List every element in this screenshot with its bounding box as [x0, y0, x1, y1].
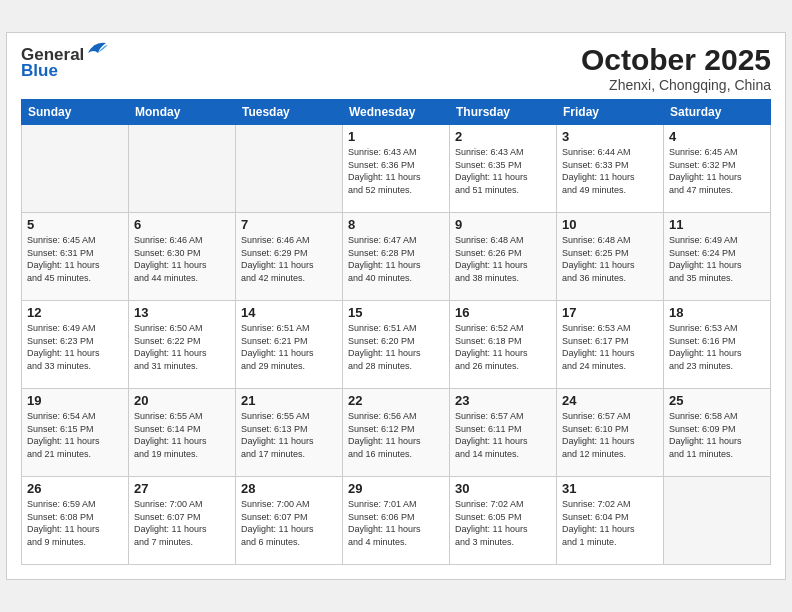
day-number: 11 — [669, 217, 765, 232]
day-info: Sunrise: 6:45 AM Sunset: 6:31 PM Dayligh… — [27, 234, 123, 284]
calendar-day-cell: 16Sunrise: 6:52 AM Sunset: 6:18 PM Dayli… — [450, 301, 557, 389]
calendar-day-cell: 28Sunrise: 7:00 AM Sunset: 6:07 PM Dayli… — [236, 477, 343, 565]
day-info: Sunrise: 6:46 AM Sunset: 6:30 PM Dayligh… — [134, 234, 230, 284]
day-number: 13 — [134, 305, 230, 320]
weekday-header-cell: Sunday — [22, 100, 129, 125]
calendar-day-cell: 2Sunrise: 6:43 AM Sunset: 6:35 PM Daylig… — [450, 125, 557, 213]
day-info: Sunrise: 6:48 AM Sunset: 6:25 PM Dayligh… — [562, 234, 658, 284]
day-number: 15 — [348, 305, 444, 320]
weekday-header-cell: Tuesday — [236, 100, 343, 125]
day-info: Sunrise: 6:43 AM Sunset: 6:36 PM Dayligh… — [348, 146, 444, 196]
calendar-day-cell: 12Sunrise: 6:49 AM Sunset: 6:23 PM Dayli… — [22, 301, 129, 389]
location-subtitle: Zhenxi, Chongqing, China — [581, 77, 771, 93]
calendar-day-cell — [664, 477, 771, 565]
day-info: Sunrise: 6:52 AM Sunset: 6:18 PM Dayligh… — [455, 322, 551, 372]
day-info: Sunrise: 6:54 AM Sunset: 6:15 PM Dayligh… — [27, 410, 123, 460]
calendar-day-cell: 17Sunrise: 6:53 AM Sunset: 6:17 PM Dayli… — [557, 301, 664, 389]
day-number: 29 — [348, 481, 444, 496]
day-number: 25 — [669, 393, 765, 408]
calendar-day-cell: 10Sunrise: 6:48 AM Sunset: 6:25 PM Dayli… — [557, 213, 664, 301]
day-info: Sunrise: 7:00 AM Sunset: 6:07 PM Dayligh… — [241, 498, 337, 548]
calendar-week-row: 1Sunrise: 6:43 AM Sunset: 6:36 PM Daylig… — [22, 125, 771, 213]
day-number: 19 — [27, 393, 123, 408]
logo-blue: Blue — [21, 61, 58, 81]
day-number: 7 — [241, 217, 337, 232]
calendar-day-cell: 19Sunrise: 6:54 AM Sunset: 6:15 PM Dayli… — [22, 389, 129, 477]
day-number: 17 — [562, 305, 658, 320]
calendar-day-cell: 5Sunrise: 6:45 AM Sunset: 6:31 PM Daylig… — [22, 213, 129, 301]
calendar-week-row: 19Sunrise: 6:54 AM Sunset: 6:15 PM Dayli… — [22, 389, 771, 477]
day-info: Sunrise: 6:49 AM Sunset: 6:23 PM Dayligh… — [27, 322, 123, 372]
weekday-header-cell: Friday — [557, 100, 664, 125]
day-number: 18 — [669, 305, 765, 320]
weekday-header-cell: Saturday — [664, 100, 771, 125]
calendar-day-cell: 1Sunrise: 6:43 AM Sunset: 6:36 PM Daylig… — [343, 125, 450, 213]
day-number: 8 — [348, 217, 444, 232]
calendar-grid: SundayMondayTuesdayWednesdayThursdayFrid… — [21, 99, 771, 565]
calendar-day-cell: 18Sunrise: 6:53 AM Sunset: 6:16 PM Dayli… — [664, 301, 771, 389]
day-info: Sunrise: 6:56 AM Sunset: 6:12 PM Dayligh… — [348, 410, 444, 460]
day-number: 3 — [562, 129, 658, 144]
day-info: Sunrise: 7:00 AM Sunset: 6:07 PM Dayligh… — [134, 498, 230, 548]
day-info: Sunrise: 6:55 AM Sunset: 6:14 PM Dayligh… — [134, 410, 230, 460]
weekday-header-cell: Monday — [129, 100, 236, 125]
day-number: 10 — [562, 217, 658, 232]
calendar-day-cell: 13Sunrise: 6:50 AM Sunset: 6:22 PM Dayli… — [129, 301, 236, 389]
calendar-day-cell: 9Sunrise: 6:48 AM Sunset: 6:26 PM Daylig… — [450, 213, 557, 301]
day-info: Sunrise: 6:53 AM Sunset: 6:17 PM Dayligh… — [562, 322, 658, 372]
day-number: 16 — [455, 305, 551, 320]
day-info: Sunrise: 6:51 AM Sunset: 6:20 PM Dayligh… — [348, 322, 444, 372]
day-number: 14 — [241, 305, 337, 320]
day-info: Sunrise: 6:57 AM Sunset: 6:10 PM Dayligh… — [562, 410, 658, 460]
weekday-header-cell: Thursday — [450, 100, 557, 125]
day-number: 6 — [134, 217, 230, 232]
day-info: Sunrise: 6:44 AM Sunset: 6:33 PM Dayligh… — [562, 146, 658, 196]
calendar-day-cell — [22, 125, 129, 213]
logo-bird-icon — [86, 39, 108, 57]
calendar-day-cell — [129, 125, 236, 213]
day-number: 12 — [27, 305, 123, 320]
day-info: Sunrise: 6:59 AM Sunset: 6:08 PM Dayligh… — [27, 498, 123, 548]
calendar-day-cell: 26Sunrise: 6:59 AM Sunset: 6:08 PM Dayli… — [22, 477, 129, 565]
day-number: 4 — [669, 129, 765, 144]
header: General Blue October 2025 Zhenxi, Chongq… — [21, 43, 771, 93]
day-info: Sunrise: 6:50 AM Sunset: 6:22 PM Dayligh… — [134, 322, 230, 372]
day-info: Sunrise: 6:46 AM Sunset: 6:29 PM Dayligh… — [241, 234, 337, 284]
calendar-day-cell: 22Sunrise: 6:56 AM Sunset: 6:12 PM Dayli… — [343, 389, 450, 477]
day-number: 28 — [241, 481, 337, 496]
calendar-week-row: 12Sunrise: 6:49 AM Sunset: 6:23 PM Dayli… — [22, 301, 771, 389]
day-info: Sunrise: 6:51 AM Sunset: 6:21 PM Dayligh… — [241, 322, 337, 372]
day-info: Sunrise: 6:53 AM Sunset: 6:16 PM Dayligh… — [669, 322, 765, 372]
day-info: Sunrise: 6:45 AM Sunset: 6:32 PM Dayligh… — [669, 146, 765, 196]
calendar-day-cell: 27Sunrise: 7:00 AM Sunset: 6:07 PM Dayli… — [129, 477, 236, 565]
day-info: Sunrise: 6:47 AM Sunset: 6:28 PM Dayligh… — [348, 234, 444, 284]
calendar-day-cell: 29Sunrise: 7:01 AM Sunset: 6:06 PM Dayli… — [343, 477, 450, 565]
calendar-day-cell: 31Sunrise: 7:02 AM Sunset: 6:04 PM Dayli… — [557, 477, 664, 565]
title-block: October 2025 Zhenxi, Chongqing, China — [581, 43, 771, 93]
calendar-week-row: 26Sunrise: 6:59 AM Sunset: 6:08 PM Dayli… — [22, 477, 771, 565]
day-info: Sunrise: 7:01 AM Sunset: 6:06 PM Dayligh… — [348, 498, 444, 548]
calendar-day-cell — [236, 125, 343, 213]
calendar-day-cell: 15Sunrise: 6:51 AM Sunset: 6:20 PM Dayli… — [343, 301, 450, 389]
calendar-day-cell: 8Sunrise: 6:47 AM Sunset: 6:28 PM Daylig… — [343, 213, 450, 301]
day-info: Sunrise: 6:43 AM Sunset: 6:35 PM Dayligh… — [455, 146, 551, 196]
calendar-body: 1Sunrise: 6:43 AM Sunset: 6:36 PM Daylig… — [22, 125, 771, 565]
day-number: 9 — [455, 217, 551, 232]
day-info: Sunrise: 6:49 AM Sunset: 6:24 PM Dayligh… — [669, 234, 765, 284]
calendar-day-cell: 4Sunrise: 6:45 AM Sunset: 6:32 PM Daylig… — [664, 125, 771, 213]
day-number: 22 — [348, 393, 444, 408]
day-info: Sunrise: 6:57 AM Sunset: 6:11 PM Dayligh… — [455, 410, 551, 460]
calendar-day-cell: 23Sunrise: 6:57 AM Sunset: 6:11 PM Dayli… — [450, 389, 557, 477]
calendar-day-cell: 21Sunrise: 6:55 AM Sunset: 6:13 PM Dayli… — [236, 389, 343, 477]
day-number: 31 — [562, 481, 658, 496]
calendar-day-cell: 25Sunrise: 6:58 AM Sunset: 6:09 PM Dayli… — [664, 389, 771, 477]
day-info: Sunrise: 7:02 AM Sunset: 6:05 PM Dayligh… — [455, 498, 551, 548]
day-number: 1 — [348, 129, 444, 144]
day-info: Sunrise: 6:58 AM Sunset: 6:09 PM Dayligh… — [669, 410, 765, 460]
day-info: Sunrise: 6:48 AM Sunset: 6:26 PM Dayligh… — [455, 234, 551, 284]
weekday-header-row: SundayMondayTuesdayWednesdayThursdayFrid… — [22, 100, 771, 125]
calendar-day-cell: 14Sunrise: 6:51 AM Sunset: 6:21 PM Dayli… — [236, 301, 343, 389]
calendar-day-cell: 7Sunrise: 6:46 AM Sunset: 6:29 PM Daylig… — [236, 213, 343, 301]
day-number: 24 — [562, 393, 658, 408]
calendar-day-cell: 6Sunrise: 6:46 AM Sunset: 6:30 PM Daylig… — [129, 213, 236, 301]
